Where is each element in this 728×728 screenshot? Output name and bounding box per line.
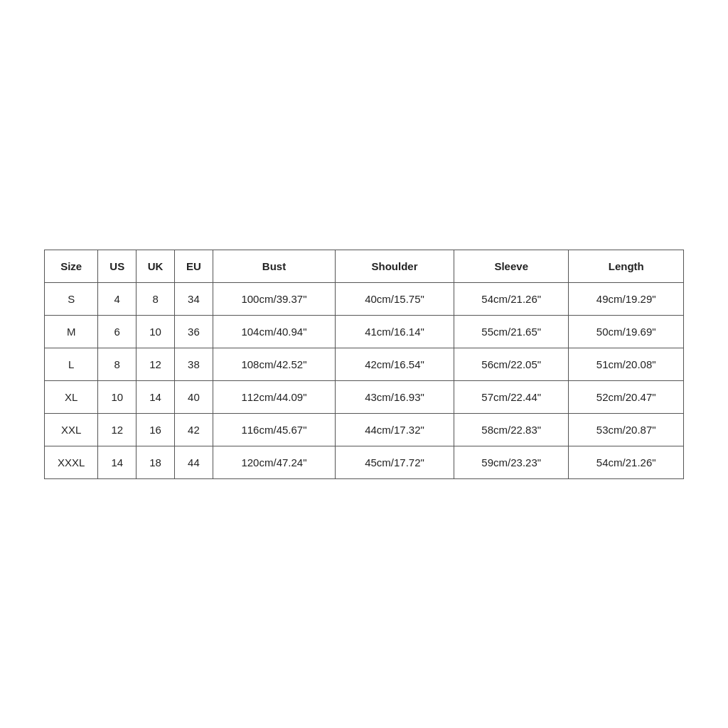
table-row: L81238108cm/42.52"42cm/16.54"56cm/22.05"…: [45, 348, 684, 380]
header-shoulder: Shoulder: [336, 250, 454, 282]
cell-uk: 12: [136, 348, 175, 380]
cell-uk: 10: [136, 315, 175, 348]
table-row: S4834100cm/39.37"40cm/15.75"54cm/21.26"4…: [45, 282, 684, 315]
header-us: US: [98, 250, 136, 282]
cell-bust: 116cm/45.67": [213, 413, 335, 446]
cell-shoulder: 45cm/17.72": [336, 446, 454, 478]
cell-eu: 44: [175, 446, 213, 478]
cell-sleeve: 57cm/22.44": [454, 380, 568, 413]
cell-bust: 100cm/39.37": [213, 282, 335, 315]
table-row: XXL121642116cm/45.67"44cm/17.32"58cm/22.…: [45, 413, 684, 446]
table-row: M61036104cm/40.94"41cm/16.14"55cm/21.65"…: [45, 315, 684, 348]
cell-us: 12: [98, 413, 136, 446]
cell-uk: 14: [136, 380, 175, 413]
cell-shoulder: 40cm/15.75": [336, 282, 454, 315]
cell-us: 10: [98, 380, 136, 413]
size-chart-container: Size US UK EU Bust Shoulder Sleeve Lengt…: [44, 250, 684, 479]
cell-us: 8: [98, 348, 136, 380]
cell-eu: 34: [175, 282, 213, 315]
cell-sleeve: 58cm/22.83": [454, 413, 568, 446]
cell-us: 6: [98, 315, 136, 348]
cell-sleeve: 59cm/23.23": [454, 446, 568, 478]
header-bust: Bust: [213, 250, 335, 282]
cell-size: M: [45, 315, 98, 348]
cell-sleeve: 54cm/21.26": [454, 282, 568, 315]
cell-us: 14: [98, 446, 136, 478]
cell-uk: 8: [136, 282, 175, 315]
header-length: Length: [569, 250, 684, 282]
cell-size: L: [45, 348, 98, 380]
cell-size: XXL: [45, 413, 98, 446]
cell-shoulder: 44cm/17.32": [336, 413, 454, 446]
cell-uk: 16: [136, 413, 175, 446]
table-row: XL101440112cm/44.09"43cm/16.93"57cm/22.4…: [45, 380, 684, 413]
cell-length: 54cm/21.26": [569, 446, 684, 478]
cell-uk: 18: [136, 446, 175, 478]
cell-shoulder: 43cm/16.93": [336, 380, 454, 413]
cell-size: XXXL: [45, 446, 98, 478]
cell-eu: 38: [175, 348, 213, 380]
cell-length: 50cm/19.69": [569, 315, 684, 348]
cell-size: XL: [45, 380, 98, 413]
header-size: Size: [45, 250, 98, 282]
header-sleeve: Sleeve: [454, 250, 568, 282]
page-wrapper: Size US UK EU Bust Shoulder Sleeve Lengt…: [0, 0, 728, 728]
table-header-row: Size US UK EU Bust Shoulder Sleeve Lengt…: [45, 250, 684, 282]
cell-bust: 104cm/40.94": [213, 315, 335, 348]
cell-shoulder: 42cm/16.54": [336, 348, 454, 380]
size-chart-table: Size US UK EU Bust Shoulder Sleeve Lengt…: [44, 250, 684, 479]
cell-length: 53cm/20.87": [569, 413, 684, 446]
header-uk: UK: [136, 250, 175, 282]
cell-shoulder: 41cm/16.14": [336, 315, 454, 348]
cell-bust: 120cm/47.24": [213, 446, 335, 478]
cell-eu: 40: [175, 380, 213, 413]
table-row: XXXL141844120cm/47.24"45cm/17.72"59cm/23…: [45, 446, 684, 478]
cell-length: 52cm/20.47": [569, 380, 684, 413]
cell-bust: 108cm/42.52": [213, 348, 335, 380]
cell-eu: 42: [175, 413, 213, 446]
cell-sleeve: 55cm/21.65": [454, 315, 568, 348]
header-eu: EU: [175, 250, 213, 282]
cell-sleeve: 56cm/22.05": [454, 348, 568, 380]
cell-size: S: [45, 282, 98, 315]
cell-us: 4: [98, 282, 136, 315]
cell-length: 51cm/20.08": [569, 348, 684, 380]
cell-eu: 36: [175, 315, 213, 348]
cell-bust: 112cm/44.09": [213, 380, 335, 413]
cell-length: 49cm/19.29": [569, 282, 684, 315]
